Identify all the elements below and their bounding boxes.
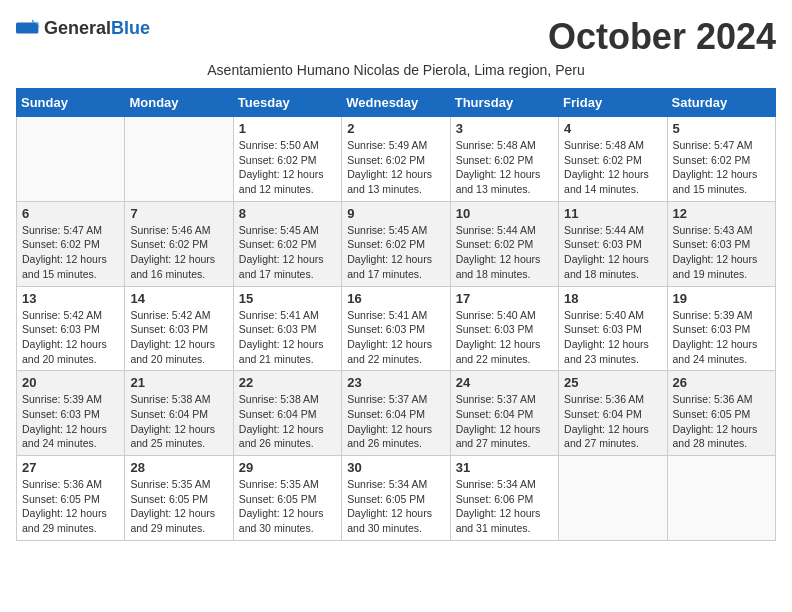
day-info: Sunrise: 5:37 AM Sunset: 6:04 PM Dayligh… [456, 392, 553, 451]
day-info: Sunrise: 5:41 AM Sunset: 6:03 PM Dayligh… [347, 308, 444, 367]
calendar-cell: 1Sunrise: 5:50 AM Sunset: 6:02 PM Daylig… [233, 117, 341, 202]
day-number: 15 [239, 291, 336, 306]
calendar-cell: 21Sunrise: 5:38 AM Sunset: 6:04 PM Dayli… [125, 371, 233, 456]
calendar-cell: 5Sunrise: 5:47 AM Sunset: 6:02 PM Daylig… [667, 117, 775, 202]
day-info: Sunrise: 5:48 AM Sunset: 6:02 PM Dayligh… [456, 138, 553, 197]
svg-rect-0 [16, 22, 38, 33]
subtitle: Asentamiento Humano Nicolas de Pierola, … [16, 62, 776, 78]
day-number: 28 [130, 460, 227, 475]
day-number: 2 [347, 121, 444, 136]
calendar-cell: 9Sunrise: 5:45 AM Sunset: 6:02 PM Daylig… [342, 201, 450, 286]
day-number: 29 [239, 460, 336, 475]
day-number: 3 [456, 121, 553, 136]
day-number: 1 [239, 121, 336, 136]
day-info: Sunrise: 5:39 AM Sunset: 6:03 PM Dayligh… [673, 308, 770, 367]
logo-icon [16, 16, 40, 40]
calendar-cell: 4Sunrise: 5:48 AM Sunset: 6:02 PM Daylig… [559, 117, 667, 202]
day-info: Sunrise: 5:45 AM Sunset: 6:02 PM Dayligh… [239, 223, 336, 282]
calendar-cell: 6Sunrise: 5:47 AM Sunset: 6:02 PM Daylig… [17, 201, 125, 286]
day-number: 30 [347, 460, 444, 475]
day-info: Sunrise: 5:48 AM Sunset: 6:02 PM Dayligh… [564, 138, 661, 197]
day-number: 26 [673, 375, 770, 390]
day-info: Sunrise: 5:35 AM Sunset: 6:05 PM Dayligh… [239, 477, 336, 536]
day-number: 13 [22, 291, 119, 306]
calendar-cell: 13Sunrise: 5:42 AM Sunset: 6:03 PM Dayli… [17, 286, 125, 371]
calendar-cell: 19Sunrise: 5:39 AM Sunset: 6:03 PM Dayli… [667, 286, 775, 371]
calendar-cell: 3Sunrise: 5:48 AM Sunset: 6:02 PM Daylig… [450, 117, 558, 202]
calendar-cell: 11Sunrise: 5:44 AM Sunset: 6:03 PM Dayli… [559, 201, 667, 286]
day-info: Sunrise: 5:46 AM Sunset: 6:02 PM Dayligh… [130, 223, 227, 282]
weekday-header-saturday: Saturday [667, 89, 775, 117]
day-number: 31 [456, 460, 553, 475]
day-number: 21 [130, 375, 227, 390]
calendar-cell [125, 117, 233, 202]
day-info: Sunrise: 5:37 AM Sunset: 6:04 PM Dayligh… [347, 392, 444, 451]
day-info: Sunrise: 5:34 AM Sunset: 6:06 PM Dayligh… [456, 477, 553, 536]
logo: GeneralBlue [16, 16, 150, 40]
day-number: 25 [564, 375, 661, 390]
calendar-cell: 16Sunrise: 5:41 AM Sunset: 6:03 PM Dayli… [342, 286, 450, 371]
calendar-cell: 27Sunrise: 5:36 AM Sunset: 6:05 PM Dayli… [17, 456, 125, 541]
calendar-cell: 15Sunrise: 5:41 AM Sunset: 6:03 PM Dayli… [233, 286, 341, 371]
calendar-cell: 2Sunrise: 5:49 AM Sunset: 6:02 PM Daylig… [342, 117, 450, 202]
day-info: Sunrise: 5:42 AM Sunset: 6:03 PM Dayligh… [130, 308, 227, 367]
calendar-cell: 23Sunrise: 5:37 AM Sunset: 6:04 PM Dayli… [342, 371, 450, 456]
day-info: Sunrise: 5:39 AM Sunset: 6:03 PM Dayligh… [22, 392, 119, 451]
day-info: Sunrise: 5:38 AM Sunset: 6:04 PM Dayligh… [130, 392, 227, 451]
calendar-cell: 17Sunrise: 5:40 AM Sunset: 6:03 PM Dayli… [450, 286, 558, 371]
day-info: Sunrise: 5:42 AM Sunset: 6:03 PM Dayligh… [22, 308, 119, 367]
day-info: Sunrise: 5:41 AM Sunset: 6:03 PM Dayligh… [239, 308, 336, 367]
day-number: 11 [564, 206, 661, 221]
calendar-cell [17, 117, 125, 202]
day-info: Sunrise: 5:44 AM Sunset: 6:02 PM Dayligh… [456, 223, 553, 282]
day-info: Sunrise: 5:40 AM Sunset: 6:03 PM Dayligh… [456, 308, 553, 367]
weekday-header-monday: Monday [125, 89, 233, 117]
calendar-cell [667, 456, 775, 541]
day-number: 6 [22, 206, 119, 221]
calendar-cell: 24Sunrise: 5:37 AM Sunset: 6:04 PM Dayli… [450, 371, 558, 456]
logo-general: General [44, 18, 111, 38]
day-info: Sunrise: 5:38 AM Sunset: 6:04 PM Dayligh… [239, 392, 336, 451]
calendar-cell: 31Sunrise: 5:34 AM Sunset: 6:06 PM Dayli… [450, 456, 558, 541]
day-number: 24 [456, 375, 553, 390]
day-number: 7 [130, 206, 227, 221]
day-number: 19 [673, 291, 770, 306]
calendar-cell: 14Sunrise: 5:42 AM Sunset: 6:03 PM Dayli… [125, 286, 233, 371]
day-number: 18 [564, 291, 661, 306]
day-info: Sunrise: 5:47 AM Sunset: 6:02 PM Dayligh… [673, 138, 770, 197]
day-number: 8 [239, 206, 336, 221]
day-info: Sunrise: 5:40 AM Sunset: 6:03 PM Dayligh… [564, 308, 661, 367]
logo-blue: Blue [111, 18, 150, 38]
calendar-cell: 10Sunrise: 5:44 AM Sunset: 6:02 PM Dayli… [450, 201, 558, 286]
day-info: Sunrise: 5:36 AM Sunset: 6:05 PM Dayligh… [22, 477, 119, 536]
day-number: 14 [130, 291, 227, 306]
day-number: 12 [673, 206, 770, 221]
day-number: 27 [22, 460, 119, 475]
weekday-header-tuesday: Tuesday [233, 89, 341, 117]
day-info: Sunrise: 5:35 AM Sunset: 6:05 PM Dayligh… [130, 477, 227, 536]
calendar-cell: 8Sunrise: 5:45 AM Sunset: 6:02 PM Daylig… [233, 201, 341, 286]
day-info: Sunrise: 5:50 AM Sunset: 6:02 PM Dayligh… [239, 138, 336, 197]
month-title: October 2024 [548, 16, 776, 58]
calendar-cell: 22Sunrise: 5:38 AM Sunset: 6:04 PM Dayli… [233, 371, 341, 456]
day-info: Sunrise: 5:43 AM Sunset: 6:03 PM Dayligh… [673, 223, 770, 282]
weekday-header-friday: Friday [559, 89, 667, 117]
calendar-cell: 12Sunrise: 5:43 AM Sunset: 6:03 PM Dayli… [667, 201, 775, 286]
day-number: 4 [564, 121, 661, 136]
day-number: 20 [22, 375, 119, 390]
day-info: Sunrise: 5:47 AM Sunset: 6:02 PM Dayligh… [22, 223, 119, 282]
calendar-cell: 29Sunrise: 5:35 AM Sunset: 6:05 PM Dayli… [233, 456, 341, 541]
calendar-cell: 20Sunrise: 5:39 AM Sunset: 6:03 PM Dayli… [17, 371, 125, 456]
calendar-cell: 30Sunrise: 5:34 AM Sunset: 6:05 PM Dayli… [342, 456, 450, 541]
day-number: 16 [347, 291, 444, 306]
calendar-cell: 18Sunrise: 5:40 AM Sunset: 6:03 PM Dayli… [559, 286, 667, 371]
weekday-header-wednesday: Wednesday [342, 89, 450, 117]
calendar-cell: 26Sunrise: 5:36 AM Sunset: 6:05 PM Dayli… [667, 371, 775, 456]
day-number: 9 [347, 206, 444, 221]
day-number: 23 [347, 375, 444, 390]
day-info: Sunrise: 5:36 AM Sunset: 6:04 PM Dayligh… [564, 392, 661, 451]
calendar-cell: 25Sunrise: 5:36 AM Sunset: 6:04 PM Dayli… [559, 371, 667, 456]
day-info: Sunrise: 5:44 AM Sunset: 6:03 PM Dayligh… [564, 223, 661, 282]
day-info: Sunrise: 5:45 AM Sunset: 6:02 PM Dayligh… [347, 223, 444, 282]
day-number: 10 [456, 206, 553, 221]
